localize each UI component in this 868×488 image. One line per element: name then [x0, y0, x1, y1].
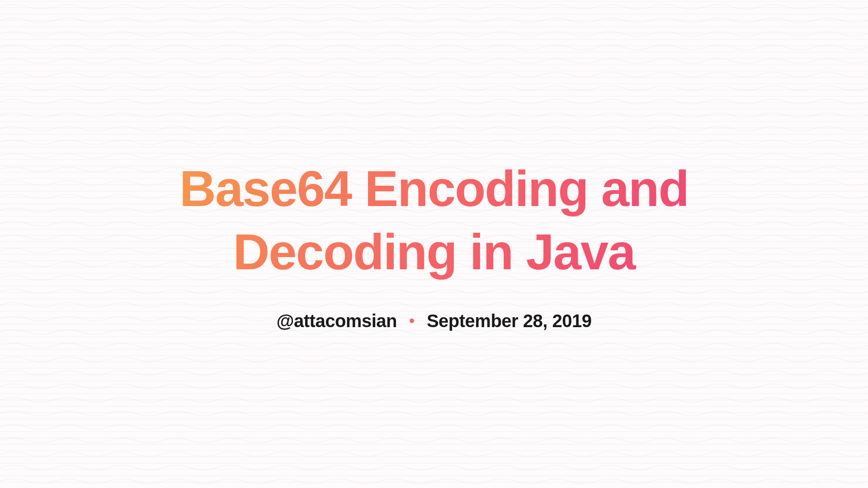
separator-dot	[410, 319, 414, 323]
article-meta: @attacomsian September 28, 2019	[136, 311, 732, 331]
author-handle: @attacomsian	[277, 311, 397, 331]
publish-date: September 28, 2019	[427, 311, 592, 331]
article-title: Base64 Encoding and Decoding in Java	[136, 157, 732, 284]
content-container: Base64 Encoding and Decoding in Java @at…	[0, 157, 868, 331]
